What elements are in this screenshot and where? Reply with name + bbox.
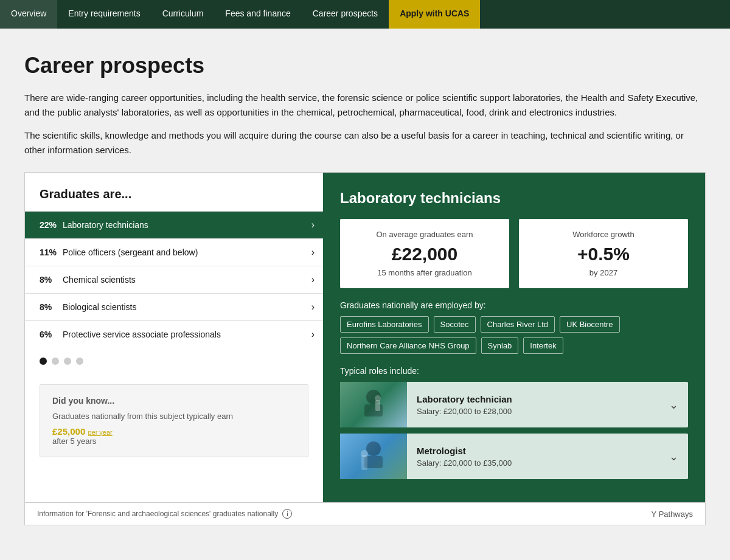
grad-label-0: Laboratory technicians [63,220,307,230]
widget-footer: Information for 'Forensic and archaeolog… [25,502,705,525]
svg-point-7 [361,450,368,457]
stat2-sub: by 2027 [529,268,678,277]
lab-svg-0 [352,385,395,424]
nav-fees-finance[interactable]: Fees and finance [214,0,301,29]
detail-panel: Laboratory technicians On average gradua… [323,173,705,502]
dot-2[interactable] [52,358,59,365]
dot-3[interactable] [64,358,71,365]
widget-body: Graduates are... 22% Laboratory technici… [25,173,705,502]
grad-label-2: Chemical scientists [63,275,307,285]
career-support-section: Career support The University is committ… [24,556,706,560]
dyk-amount-line: £25,000 per year [52,426,296,437]
intro-paragraph-1: There are wide-ranging career opportunit… [24,91,706,120]
footer-info-label: Information for 'Forensic and archaeolog… [37,510,278,518]
role-name-1: Metrologist [417,446,650,456]
nav-entry-requirements[interactable]: Entry requirements [57,0,151,29]
dyk-after: after 5 years [52,437,296,446]
stat1-value: £22,000 [350,244,499,264]
info-icon[interactable]: i [282,509,292,519]
stat2-value: +0.5% [529,244,678,264]
main-content: Career prospects There are wide-ranging … [12,29,718,560]
role-img-0 [340,382,407,427]
page-title: Career prospects [24,53,706,78]
grad-item-4[interactable]: 6% Protective service associate professi… [25,320,323,348]
role-salary-1: Salary: £20,000 to £35,000 [417,458,650,468]
career-support-title: Career support [24,556,706,560]
stat1-sub: 15 months after graduation [350,268,499,277]
graduates-title: Graduates are... [25,187,323,211]
dot-1[interactable] [40,358,47,365]
intro-paragraph-2: The scientific skills, knowledge and met… [24,128,706,157]
pagination-dots [25,348,323,375]
role-item-0[interactable]: Laboratory technician Salary: £20,000 to… [340,382,688,427]
typical-roles-label: Typical roles include: [340,366,688,376]
lab-image-0 [340,382,407,427]
grad-pct-0: 22% [40,220,63,230]
lab-image-1 [340,434,407,479]
pathways-logo: Y Pathways [652,510,693,519]
role-chevron-1: ⌄ [659,450,688,463]
employer-3: UK Biocentre [560,316,620,333]
did-you-know-box: Did you know... Graduates nationally fro… [40,384,308,457]
nav-curriculum[interactable]: Curriculum [151,0,215,29]
svg-point-3 [375,395,381,401]
employer-4: Northern Care Alliance NHS Group [340,337,476,354]
dyk-text: Graduates nationally from this subject t… [52,410,296,423]
grad-item-0[interactable]: 22% Laboratory technicians › [25,211,323,238]
employer-5: Synlab [481,337,519,354]
nav-overview[interactable]: Overview [0,0,57,29]
lab-svg-1 [352,437,395,476]
stat1-label: On average graduates earn [350,230,499,239]
role-name-0: Laboratory technician [417,394,650,404]
svg-rect-2 [375,400,380,411]
grad-pct-4: 6% [40,330,63,339]
stat-card-workforce: Workforce growth +0.5% by 2027 [519,219,688,288]
career-widget: Graduates are... 22% Laboratory technici… [24,172,706,525]
grad-chevron-2: › [311,274,315,285]
grad-item-1[interactable]: 11% Police officers (sergeant and below)… [25,238,323,266]
grad-pct-2: 8% [40,275,63,285]
footer-info-text: Information for 'Forensic and archaeolog… [37,509,292,519]
role-info-0: Laboratory technician Salary: £20,000 to… [407,387,659,423]
employer-0: Eurofins Laboratories [340,316,429,333]
employed-label: Graduates nationally are employed by: [340,300,688,310]
role-chevron-0: ⌄ [659,398,688,412]
grad-label-4: Protective service associate professiona… [63,330,307,339]
grad-item-3[interactable]: 8% Biological scientists › [25,293,323,320]
grad-chevron-3: › [311,302,315,313]
role-img-1 [340,434,407,479]
grad-label-1: Police officers (sergeant and below) [63,247,307,257]
stat-cards: On average graduates earn £22,000 15 mon… [340,219,688,288]
detail-title: Laboratory technicians [340,190,688,207]
dyk-per-year: per year [88,429,112,436]
graduates-panel: Graduates are... 22% Laboratory technici… [25,173,323,502]
role-item-1[interactable]: Metrologist Salary: £20,000 to £35,000 ⌄ [340,434,688,479]
role-salary-0: Salary: £20,000 to £28,000 [417,407,650,416]
employer-6: Intertek [523,337,563,354]
nav-apply-ucas[interactable]: Apply with UCAS [389,0,480,29]
grad-pct-3: 8% [40,302,63,312]
employers-list: Eurofins Laboratories Socotec Charles Ri… [340,316,688,354]
employer-1: Socotec [434,316,476,333]
stat-card-earnings: On average graduates earn £22,000 15 mon… [340,219,509,288]
dyk-title: Did you know... [52,396,296,406]
grad-item-2[interactable]: 8% Chemical scientists › [25,266,323,293]
nav-career-prospects[interactable]: Career prospects [302,0,389,29]
role-info-1: Metrologist Salary: £20,000 to £35,000 [407,438,659,475]
grad-chevron-0: › [311,220,315,230]
grad-label-3: Biological scientists [63,302,307,312]
svg-point-4 [366,441,381,456]
employer-2: Charles River Ltd [481,316,555,333]
grad-chevron-4: › [311,329,315,340]
grad-pct-1: 11% [40,247,63,257]
stat2-label: Workforce growth [529,230,678,239]
dyk-amount: £25,000 [52,426,85,437]
grad-chevron-1: › [311,247,315,258]
dot-4[interactable] [76,358,83,365]
navigation: Overview Entry requirements Curriculum F… [0,0,730,29]
